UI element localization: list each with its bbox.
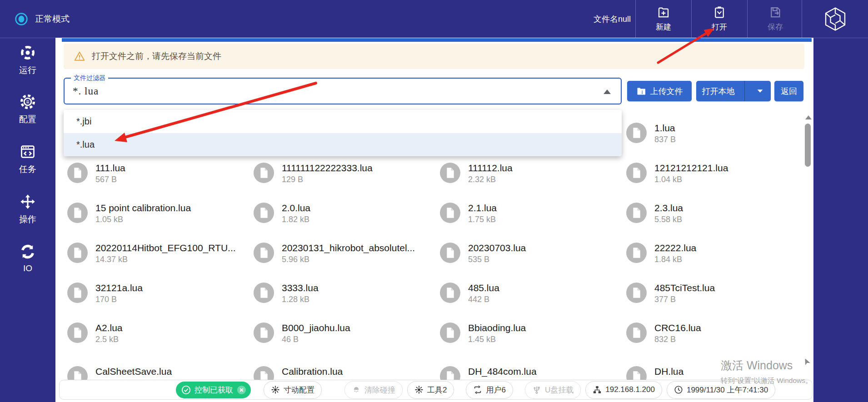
status-pill-label: 控制已获取	[195, 385, 233, 395]
file-item[interactable]: 2.3.lua5.58 kB	[626, 203, 806, 225]
status-pill-time[interactable]: 1999/11/30 上午7:41:30	[667, 381, 775, 399]
status-pill-jog-config[interactable]: 寸动配置	[264, 381, 322, 399]
file-item[interactable]: 1.lua837 B	[626, 123, 806, 145]
file-icon	[254, 283, 274, 303]
file-item[interactable]: 111.lua567 B	[67, 163, 247, 185]
file-name: 20230703.lua	[468, 243, 618, 253]
scroll-up-icon[interactable]	[805, 115, 812, 119]
open-local-button[interactable]: 打开本地	[696, 81, 771, 101]
file-icon	[440, 323, 460, 343]
file-name: 2.1.lua	[468, 203, 618, 213]
file-icon	[440, 283, 460, 303]
new-file-button[interactable]: 新建	[635, 0, 691, 38]
file-item[interactable]: 485.lua442 B	[440, 283, 619, 305]
status-pill-tool[interactable]: 工具2	[407, 381, 454, 399]
save-file-button[interactable]: 保存	[747, 0, 803, 38]
sidebar-item-config[interactable]: 配置	[0, 94, 55, 125]
file-item[interactable]: CRC16.lua832 B	[626, 323, 806, 345]
file-item[interactable]: 15 point calibration.lua1.05 kB	[67, 203, 247, 225]
status-pill-usb[interactable]: U盘挂载	[525, 381, 581, 399]
sidebar-item-run[interactable]: 运行	[0, 45, 55, 76]
progress-strip	[62, 38, 812, 42]
file-item[interactable]: 111112.lua2.32 kB	[440, 163, 619, 185]
file-icon	[626, 203, 647, 223]
network-icon	[593, 385, 602, 394]
app-root: 正常模式 文件名null 新建打开保存 运行配置任务操作IO 单次 + − 40…	[0, 0, 868, 402]
file-name: 2.0.lua	[282, 203, 432, 213]
status-pill-clear-collision[interactable]: 清除碰撞	[344, 381, 403, 399]
file-item[interactable]: 20220114Hitbot_EFG100_RTU...14.37 kB	[67, 243, 247, 265]
dropdown-option-jbi[interactable]: *.jbi	[64, 110, 622, 133]
file-size: 567 B	[95, 175, 117, 184]
file-size: 1.82 kB	[282, 215, 309, 224]
status-pill-user[interactable]: 用户6	[466, 381, 513, 399]
file-size: 1.04 kB	[654, 175, 682, 184]
scrollbar-thumb[interactable]	[805, 124, 811, 167]
warning-icon	[74, 50, 85, 62]
file-item[interactable]: 32121a.lua170 B	[67, 283, 247, 305]
file-item[interactable]: 20230131_hikrobot_absolutel...5.96 kB	[254, 243, 433, 265]
file-item[interactable]: 2.0.lua1.82 kB	[254, 203, 433, 225]
file-item[interactable]: 111111122222333.lua129 B	[254, 163, 433, 185]
upload-file-button[interactable]: 上传文件	[627, 81, 692, 101]
file-filter-combobox[interactable]: 文件过滤器 *. lua	[64, 78, 622, 104]
file-item[interactable]: A2.lua2.5 kB	[67, 323, 247, 345]
file-item[interactable]: 3333.lua1.28 kB	[254, 283, 433, 305]
sidebar-item-label: 运行	[19, 65, 36, 76]
file-size: 535 B	[468, 255, 489, 264]
file-item[interactable]: 12121212121.lua1.04 kB	[626, 163, 806, 185]
open-file-button[interactable]: 打开	[691, 0, 747, 38]
file-name: Calibration.lua	[282, 366, 432, 377]
mode-selector[interactable]: 正常模式	[15, 0, 70, 38]
sidebar-item-io[interactable]: IO	[0, 243, 55, 273]
file-icon	[626, 123, 647, 143]
file-name: 12121212121.lua	[654, 163, 804, 174]
file-icon	[254, 203, 274, 223]
file-item[interactable]: 485TciTest.lua377 B	[626, 283, 806, 305]
sidebar-item-operate[interactable]: 操作	[0, 194, 55, 225]
mode-label: 正常模式	[35, 13, 70, 25]
status-pill-label: 寸动配置	[284, 385, 314, 395]
file-item[interactable]: 22222.lua1.84 kB	[626, 243, 806, 265]
caret-up-icon[interactable]	[604, 89, 611, 94]
back-button[interactable]: 返回	[774, 81, 803, 101]
file-name: CRC16.lua	[654, 323, 804, 333]
file-name: 20230131_hikrobot_absolutel...	[282, 243, 432, 253]
file-item[interactable]: B000_jiaohu.lua46 B	[254, 323, 433, 345]
file-icon	[626, 243, 647, 263]
file-icon	[440, 163, 460, 183]
user-frame-icon	[473, 385, 482, 394]
file-item[interactable]: 20230703.lua535 B	[440, 243, 619, 265]
new-file-label: 新建	[656, 22, 671, 32]
sidebar-item-label: 操作	[19, 213, 36, 225]
status-pill-control[interactable]: 控制已获取	[176, 382, 251, 398]
new-file-icon	[657, 5, 670, 19]
gear-icon	[20, 94, 36, 110]
file-size: 14.37 kB	[95, 255, 128, 264]
topbar-actions: 新建打开保存	[635, 0, 803, 38]
status-pill-label: 用户6	[486, 385, 505, 395]
file-item[interactable]: 2.1.lua1.75 kB	[440, 203, 619, 225]
close-circle-icon[interactable]	[237, 385, 246, 395]
dropdown-option-lua[interactable]: *.lua	[64, 133, 622, 156]
file-name: DH.lua	[654, 366, 804, 377]
file-icon	[67, 163, 88, 183]
status-pill-label: 1999/11/30 上午7:41:30	[687, 385, 768, 395]
clean-icon	[352, 385, 361, 394]
cursor-icon	[803, 359, 811, 366]
file-name: A2.lua	[95, 323, 245, 333]
file-icon	[254, 323, 274, 343]
sidebar-item-task[interactable]: 任务	[0, 144, 55, 175]
status-pill-ip[interactable]: 192.168.1.200	[585, 381, 662, 399]
task-window-icon	[20, 144, 36, 160]
status-pill-label: 192.168.1.200	[605, 385, 655, 394]
caret-down-icon[interactable]	[749, 89, 771, 94]
file-name: 111.lua	[95, 163, 245, 174]
file-item[interactable]: Bbiaoding.lua1.45 kB	[440, 323, 619, 345]
save-file-label: 保存	[768, 22, 783, 32]
file-icon	[626, 283, 647, 303]
file-name: 20220114Hitbot_EFG100_RTU...	[95, 243, 245, 253]
filename-label: 文件名null	[594, 0, 631, 38]
file-name: 32121a.lua	[95, 283, 245, 293]
jog-icon	[271, 385, 280, 394]
